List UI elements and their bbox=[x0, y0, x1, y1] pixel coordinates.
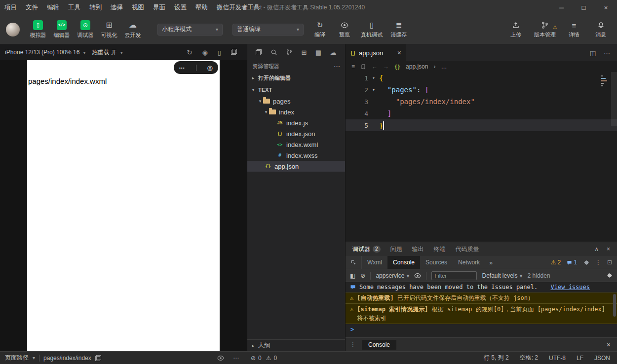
drawer-tab-console[interactable]: Console bbox=[362, 340, 396, 350]
dock-side-button[interactable]: ⊡ bbox=[607, 259, 612, 266]
tab-code-quality[interactable]: 代码质量 bbox=[456, 245, 479, 254]
details-button[interactable]: ≡ 详情 bbox=[566, 20, 582, 38]
toolbar-editor-button[interactable]: </> 编辑器 bbox=[50, 20, 74, 39]
devtools-tab-wxml[interactable]: Wxml bbox=[362, 256, 387, 269]
device-frame-button[interactable]: ▯ bbox=[218, 49, 221, 56]
devtools-tab-sources[interactable]: Sources bbox=[420, 256, 453, 269]
tab-terminal[interactable]: 终端 bbox=[434, 245, 446, 254]
drawer-more-button[interactable]: ⋮ bbox=[350, 341, 356, 348]
devtools-tab-network[interactable]: Network bbox=[453, 256, 485, 269]
eye-button[interactable] bbox=[217, 355, 224, 362]
tree-item-index-wxml[interactable]: <> index.wxml bbox=[247, 139, 345, 150]
split-editor-button[interactable]: ◫ bbox=[590, 49, 596, 57]
menu-goto[interactable]: 转到 bbox=[85, 0, 106, 15]
toolbar-cloud-button[interactable]: ☁ 云开发 bbox=[121, 20, 145, 39]
minimap[interactable] bbox=[611, 72, 617, 126]
tab-debugger[interactable]: 调试器 2 bbox=[352, 245, 381, 254]
bookmark-icon[interactable] bbox=[360, 64, 366, 70]
simulator-viewport[interactable]: ••• ◎ pages/index/index.wxml bbox=[27, 60, 220, 351]
rotate-button[interactable]: ↻ bbox=[187, 49, 193, 56]
forward-button[interactable]: → bbox=[383, 63, 389, 70]
upload-button[interactable]: 上传 bbox=[507, 20, 524, 38]
more-button[interactable]: ⋯ bbox=[233, 355, 239, 362]
outline-toggle-button[interactable]: ≡ bbox=[351, 63, 355, 70]
capsule-home-button[interactable]: ◎ bbox=[207, 64, 213, 72]
devtools-tabs-overflow-button[interactable]: » bbox=[485, 256, 497, 269]
tree-item-index-js[interactable]: JS index.js bbox=[247, 117, 345, 128]
inspect-picker-button[interactable] bbox=[346, 256, 362, 269]
warnings-counter[interactable]: ⚠ 2 bbox=[551, 259, 561, 266]
editor-more-button[interactable]: ⋯ bbox=[604, 49, 610, 57]
remote-debug-button[interactable]: ▯ 真机调试 bbox=[361, 20, 383, 38]
fold-icon[interactable]: ▾ bbox=[368, 75, 379, 80]
context-select[interactable]: appservice ▾ bbox=[376, 272, 409, 279]
minimize-button[interactable]: ─ bbox=[550, 0, 573, 15]
scrollbar-thumb[interactable] bbox=[613, 294, 616, 317]
breadcrumb[interactable]: ≡ ← → {} app.json › … bbox=[346, 61, 617, 72]
compile-button[interactable]: ↻ 编译 bbox=[311, 20, 328, 38]
tab-problems[interactable]: 问题 bbox=[390, 245, 402, 254]
clear-cache-button[interactable]: ≣ 清缓存 bbox=[390, 20, 407, 38]
save-button[interactable]: ▤ bbox=[315, 49, 321, 56]
preview-button[interactable]: 预览 bbox=[336, 20, 353, 38]
tree-item-index-wxss[interactable]: # index.wxss bbox=[247, 150, 345, 161]
eol-sequence[interactable]: LF bbox=[577, 355, 583, 362]
collapse-panel-button[interactable]: ∧ bbox=[594, 246, 599, 253]
menu-tools[interactable]: 工具 bbox=[64, 0, 85, 15]
record-button[interactable]: ◉ bbox=[202, 49, 208, 56]
toolbar-visualize-button[interactable]: ⊞ 可视化 bbox=[97, 20, 121, 39]
clear-console-button[interactable]: ⊘ bbox=[360, 272, 365, 279]
devtools-settings-button[interactable] bbox=[583, 259, 589, 266]
code-editor[interactable]: 1 ▾ { 2 ▾ "pages": [ 3 "pages/index/inde… bbox=[346, 72, 617, 242]
mode-select[interactable]: 小程序模式 ▾ bbox=[157, 24, 223, 36]
fold-icon[interactable]: ▾ bbox=[368, 87, 379, 92]
menu-view[interactable]: 视图 bbox=[127, 0, 149, 15]
open-editors-section[interactable]: ▸ 打开的编辑器 bbox=[247, 72, 345, 84]
issues-counter[interactable]: 1 bbox=[567, 259, 577, 266]
console-input[interactable]: > bbox=[346, 324, 617, 335]
close-panel-button[interactable]: × bbox=[607, 246, 610, 253]
capsule-more-button[interactable]: ••• bbox=[179, 66, 185, 70]
hot-reload-toggle[interactable]: 热重载 开 bbox=[91, 48, 116, 57]
cloud-button[interactable]: ☁ bbox=[330, 49, 337, 56]
close-button[interactable]: × bbox=[595, 0, 617, 15]
menu-settings[interactable]: 设置 bbox=[170, 0, 191, 15]
menu-interface[interactable]: 界面 bbox=[149, 0, 170, 15]
drawer-close-button[interactable]: × bbox=[607, 341, 613, 349]
live-expression-eye-button[interactable] bbox=[414, 272, 421, 279]
toolbar-debugger-button[interactable]: ⊙ 调试器 bbox=[74, 20, 97, 39]
indentation[interactable]: 空格: 2 bbox=[520, 354, 538, 362]
device-select[interactable]: iPhone 12/13 (Pro) 100% 16 bbox=[5, 49, 79, 56]
encoding[interactable]: UTF-8 bbox=[549, 355, 566, 362]
tree-item-index[interactable]: ▾ index bbox=[247, 107, 345, 117]
page-path-select[interactable]: 页面路径 bbox=[5, 354, 29, 362]
language-mode[interactable]: JSON bbox=[594, 355, 610, 362]
outline-section[interactable]: ▸ 大纲 bbox=[247, 339, 345, 351]
devtools-tab-console[interactable]: Console bbox=[387, 256, 420, 269]
files-button[interactable] bbox=[256, 49, 262, 55]
cursor-position[interactable]: 行 5, 列 2 bbox=[484, 354, 509, 362]
tab-output[interactable]: 输出 bbox=[412, 245, 424, 254]
multi-window-button[interactable] bbox=[231, 49, 237, 55]
messages-button[interactable]: 消息 bbox=[592, 20, 609, 38]
menu-help[interactable]: 帮助 bbox=[191, 0, 212, 15]
compile-select[interactable]: 普通编译 ▾ bbox=[232, 24, 304, 36]
menu-file[interactable]: 文件 bbox=[21, 0, 42, 15]
maximize-button[interactable]: □ bbox=[573, 0, 595, 15]
view-issues-link[interactable]: View issues bbox=[551, 284, 590, 291]
tree-item-index-json[interactable]: {} index.json bbox=[247, 128, 345, 139]
devtools-more-button[interactable]: ⋮ bbox=[595, 259, 601, 266]
back-button[interactable]: ← bbox=[372, 63, 378, 70]
menu-project[interactable]: 项目 bbox=[0, 0, 21, 15]
console-settings-button[interactable] bbox=[606, 272, 613, 279]
git-button[interactable] bbox=[286, 49, 293, 56]
copy-path-button[interactable] bbox=[95, 355, 101, 361]
menu-select[interactable]: 选择 bbox=[106, 0, 127, 15]
tree-item-pages[interactable]: ▾ pages bbox=[247, 96, 345, 107]
hidden-messages-button[interactable]: 2 hidden bbox=[528, 272, 550, 279]
statusbar-problems-section[interactable]: ⊘ 0 ⚠ 0 bbox=[247, 355, 347, 362]
menu-edit[interactable]: 编辑 bbox=[42, 0, 64, 15]
console-sidebar-toggle[interactable]: ◧ bbox=[350, 272, 355, 279]
avatar[interactable] bbox=[6, 23, 20, 36]
breadcrumb-more[interactable]: … bbox=[441, 63, 447, 70]
